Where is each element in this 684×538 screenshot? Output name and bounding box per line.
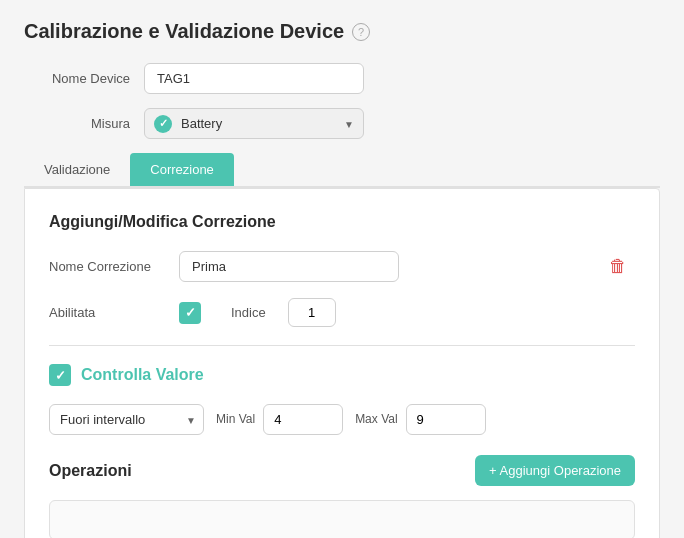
abilitata-checkbox[interactable] [179, 302, 201, 324]
misura-select-wrapper: Battery Temperature Humidity ▼ [144, 108, 364, 139]
controlla-valore-title: Controlla Valore [81, 366, 204, 384]
indice-label: Indice [231, 305, 266, 320]
page-title: Calibrazione e Validazione Device [24, 20, 344, 43]
range-type-select[interactable]: Fuori intervallo Dentro intervallo Maggi… [49, 404, 204, 435]
abilitata-row: Abilitata Indice [49, 298, 635, 327]
tab-validazione[interactable]: Validazione [24, 153, 130, 186]
range-select-wrapper: Fuori intervallo Dentro intervallo Maggi… [49, 404, 204, 435]
card-title: Aggiungi/Modifica Correzione [49, 213, 635, 231]
min-val-input[interactable] [263, 404, 343, 435]
max-val-group: Max Val [355, 404, 485, 435]
misura-row: Misura Battery Temperature Humidity ▼ [24, 108, 660, 139]
nome-device-label: Nome Device [24, 71, 144, 86]
max-val-labels: Max Val [355, 412, 397, 428]
checkbox-wrapper: Indice [179, 298, 336, 327]
measure-check-icon [154, 115, 172, 133]
nome-device-input[interactable] [144, 63, 364, 94]
nome-correzione-input[interactable] [179, 251, 399, 282]
page-header: Calibrazione e Validazione Device ? [24, 20, 660, 43]
delete-button[interactable]: 🗑 [601, 252, 635, 281]
max-val-label: Max Val [355, 412, 397, 428]
operazioni-title: Operazioni [49, 462, 132, 480]
page-container: Calibrazione e Validazione Device ? Nome… [0, 0, 684, 538]
tab-correzione[interactable]: Correzione [130, 153, 234, 186]
misura-label: Misura [24, 116, 144, 131]
operazioni-row: Operazioni + Aggiungi Operazione [49, 455, 635, 486]
indice-input[interactable] [288, 298, 336, 327]
abilitata-label: Abilitata [49, 305, 179, 320]
min-val-group: Min Val [216, 404, 343, 435]
nome-correzione-row: Nome Correzione 🗑 [49, 251, 635, 282]
main-card: Aggiungi/Modifica Correzione Nome Correz… [24, 188, 660, 538]
nome-correzione-label: Nome Correzione [49, 259, 179, 274]
min-val-labels: Min Val [216, 412, 255, 428]
min-val-label: Min Val [216, 412, 255, 428]
help-icon[interactable]: ? [352, 23, 370, 41]
tabs-container: Validazione Correzione [24, 153, 660, 188]
controlla-checkbox[interactable] [49, 364, 71, 386]
add-operazione-button[interactable]: + Aggiungi Operazione [475, 455, 635, 486]
max-val-input[interactable] [406, 404, 486, 435]
section-divider [49, 345, 635, 346]
misura-select[interactable]: Battery Temperature Humidity [144, 108, 364, 139]
controlla-valore-row: Controlla Valore [49, 364, 635, 386]
operazioni-content [49, 500, 635, 538]
range-row: Fuori intervallo Dentro intervallo Maggi… [49, 404, 635, 435]
nome-device-row: Nome Device [24, 63, 660, 94]
